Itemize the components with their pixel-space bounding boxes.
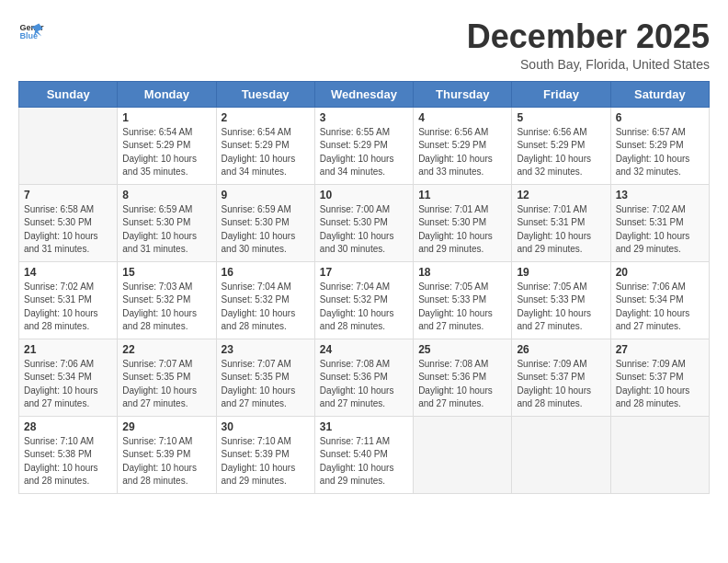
calendar-cell: 14Sunrise: 7:02 AM Sunset: 5:31 PM Dayli…	[19, 261, 118, 339]
day-info: Sunrise: 6:55 AM Sunset: 5:29 PM Dayligh…	[320, 126, 408, 179]
day-info: Sunrise: 7:10 AM Sunset: 5:39 PM Dayligh…	[222, 435, 310, 488]
calendar-cell: 29Sunrise: 7:10 AM Sunset: 5:39 PM Dayli…	[118, 416, 216, 493]
day-info: Sunrise: 6:56 AM Sunset: 5:29 PM Dayligh…	[517, 126, 605, 179]
day-info: Sunrise: 6:59 AM Sunset: 5:30 PM Dayligh…	[122, 203, 210, 257]
day-number: 6	[616, 111, 704, 124]
calendar-cell: 15Sunrise: 7:03 AM Sunset: 5:32 PM Dayli…	[118, 261, 216, 339]
day-info: Sunrise: 7:10 AM Sunset: 5:39 PM Dayligh…	[122, 435, 210, 488]
day-of-week-header: Saturday	[610, 81, 709, 107]
page-header: General Blue December 2025 South Bay, Fl…	[18, 18, 710, 72]
calendar-cell	[19, 107, 118, 184]
day-of-week-header: Tuesday	[216, 81, 314, 107]
day-info: Sunrise: 7:02 AM Sunset: 5:31 PM Dayligh…	[616, 203, 704, 257]
calendar-cell: 18Sunrise: 7:05 AM Sunset: 5:33 PM Dayli…	[414, 261, 512, 339]
calendar-cell: 6Sunrise: 6:57 AM Sunset: 5:29 PM Daylig…	[610, 107, 709, 184]
calendar-cell: 9Sunrise: 6:59 AM Sunset: 5:30 PM Daylig…	[216, 184, 314, 261]
calendar-cell: 5Sunrise: 6:56 AM Sunset: 5:29 PM Daylig…	[512, 107, 610, 184]
calendar-week-row: 21Sunrise: 7:06 AM Sunset: 5:34 PM Dayli…	[19, 339, 710, 416]
day-info: Sunrise: 7:10 AM Sunset: 5:38 PM Dayligh…	[24, 435, 112, 488]
day-number: 12	[517, 189, 605, 201]
day-info: Sunrise: 7:02 AM Sunset: 5:31 PM Dayligh…	[24, 281, 112, 334]
day-number: 28	[24, 420, 112, 433]
day-info: Sunrise: 7:01 AM Sunset: 5:31 PM Dayligh…	[517, 203, 605, 257]
calendar-cell: 2Sunrise: 6:54 AM Sunset: 5:29 PM Daylig…	[216, 107, 314, 184]
logo-icon: General Blue	[18, 18, 44, 44]
calendar-cell	[610, 416, 709, 493]
calendar-cell: 28Sunrise: 7:10 AM Sunset: 5:38 PM Dayli…	[19, 416, 118, 493]
day-number: 18	[418, 266, 506, 279]
calendar-cell: 7Sunrise: 6:58 AM Sunset: 5:30 PM Daylig…	[19, 184, 118, 261]
calendar-week-row: 28Sunrise: 7:10 AM Sunset: 5:38 PM Dayli…	[19, 416, 710, 493]
day-info: Sunrise: 7:04 AM Sunset: 5:32 PM Dayligh…	[320, 281, 408, 334]
day-info: Sunrise: 7:04 AM Sunset: 5:32 PM Dayligh…	[222, 281, 310, 334]
day-number: 31	[320, 420, 408, 433]
logo: General Blue	[18, 18, 44, 44]
day-info: Sunrise: 6:57 AM Sunset: 5:29 PM Dayligh…	[616, 126, 704, 179]
day-info: Sunrise: 7:05 AM Sunset: 5:33 PM Dayligh…	[418, 281, 506, 334]
day-number: 7	[24, 189, 112, 201]
day-info: Sunrise: 7:03 AM Sunset: 5:32 PM Dayligh…	[122, 281, 210, 334]
day-number: 3	[320, 111, 408, 124]
day-info: Sunrise: 7:08 AM Sunset: 5:36 PM Dayligh…	[320, 358, 408, 411]
day-number: 5	[517, 111, 605, 124]
day-number: 15	[122, 266, 210, 279]
calendar-cell: 10Sunrise: 7:00 AM Sunset: 5:30 PM Dayli…	[314, 184, 413, 261]
calendar-cell: 20Sunrise: 7:06 AM Sunset: 5:34 PM Dayli…	[610, 261, 709, 339]
calendar-week-row: 14Sunrise: 7:02 AM Sunset: 5:31 PM Dayli…	[19, 261, 710, 339]
day-info: Sunrise: 7:00 AM Sunset: 5:30 PM Dayligh…	[320, 203, 408, 257]
day-of-week-header: Thursday	[414, 81, 512, 107]
day-number: 23	[222, 343, 310, 356]
calendar-cell	[512, 416, 610, 493]
calendar-cell: 31Sunrise: 7:11 AM Sunset: 5:40 PM Dayli…	[314, 416, 413, 493]
day-info: Sunrise: 7:06 AM Sunset: 5:34 PM Dayligh…	[616, 281, 704, 334]
day-number: 14	[24, 266, 112, 279]
day-number: 22	[122, 343, 210, 356]
day-number: 1	[122, 111, 210, 124]
day-info: Sunrise: 6:58 AM Sunset: 5:30 PM Dayligh…	[24, 203, 112, 257]
calendar-cell: 1Sunrise: 6:54 AM Sunset: 5:29 PM Daylig…	[118, 107, 216, 184]
calendar-cell: 25Sunrise: 7:08 AM Sunset: 5:36 PM Dayli…	[414, 339, 512, 416]
calendar-cell: 27Sunrise: 7:09 AM Sunset: 5:37 PM Dayli…	[610, 339, 709, 416]
day-of-week-header: Friday	[512, 81, 610, 107]
day-info: Sunrise: 7:07 AM Sunset: 5:35 PM Dayligh…	[122, 358, 210, 411]
day-info: Sunrise: 7:06 AM Sunset: 5:34 PM Dayligh…	[24, 358, 112, 411]
day-number: 10	[320, 189, 408, 201]
day-number: 4	[418, 111, 506, 124]
calendar-cell: 11Sunrise: 7:01 AM Sunset: 5:30 PM Dayli…	[414, 184, 512, 261]
calendar-cell: 12Sunrise: 7:01 AM Sunset: 5:31 PM Dayli…	[512, 184, 610, 261]
day-number: 11	[418, 189, 506, 201]
day-number: 8	[122, 189, 210, 201]
day-info: Sunrise: 7:05 AM Sunset: 5:33 PM Dayligh…	[517, 281, 605, 334]
calendar-cell: 16Sunrise: 7:04 AM Sunset: 5:32 PM Dayli…	[216, 261, 314, 339]
day-number: 17	[320, 266, 408, 279]
day-of-week-header: Sunday	[19, 81, 118, 107]
day-number: 30	[222, 420, 310, 433]
calendar-header-row: SundayMondayTuesdayWednesdayThursdayFrid…	[19, 81, 710, 107]
day-info: Sunrise: 7:09 AM Sunset: 5:37 PM Dayligh…	[616, 358, 704, 411]
calendar-cell: 4Sunrise: 6:56 AM Sunset: 5:29 PM Daylig…	[414, 107, 512, 184]
calendar-cell: 3Sunrise: 6:55 AM Sunset: 5:29 PM Daylig…	[314, 107, 413, 184]
day-info: Sunrise: 6:56 AM Sunset: 5:29 PM Dayligh…	[418, 126, 506, 179]
calendar-cell: 22Sunrise: 7:07 AM Sunset: 5:35 PM Dayli…	[118, 339, 216, 416]
day-info: Sunrise: 7:07 AM Sunset: 5:35 PM Dayligh…	[222, 358, 310, 411]
day-info: Sunrise: 6:54 AM Sunset: 5:29 PM Dayligh…	[122, 126, 210, 179]
calendar-cell: 17Sunrise: 7:04 AM Sunset: 5:32 PM Dayli…	[314, 261, 413, 339]
day-info: Sunrise: 7:11 AM Sunset: 5:40 PM Dayligh…	[320, 435, 408, 488]
calendar-cell: 13Sunrise: 7:02 AM Sunset: 5:31 PM Dayli…	[610, 184, 709, 261]
day-number: 26	[517, 343, 605, 356]
day-info: Sunrise: 6:59 AM Sunset: 5:30 PM Dayligh…	[222, 203, 310, 257]
day-of-week-header: Monday	[118, 81, 216, 107]
day-number: 19	[517, 266, 605, 279]
day-number: 16	[222, 266, 310, 279]
day-info: Sunrise: 6:54 AM Sunset: 5:29 PM Dayligh…	[222, 126, 310, 179]
calendar-cell: 26Sunrise: 7:09 AM Sunset: 5:37 PM Dayli…	[512, 339, 610, 416]
day-number: 24	[320, 343, 408, 356]
day-number: 21	[24, 343, 112, 356]
calendar-week-row: 1Sunrise: 6:54 AM Sunset: 5:29 PM Daylig…	[19, 107, 710, 184]
title-block: December 2025 South Bay, Florida, United…	[467, 18, 710, 72]
calendar-week-row: 7Sunrise: 6:58 AM Sunset: 5:30 PM Daylig…	[19, 184, 710, 261]
day-info: Sunrise: 7:08 AM Sunset: 5:36 PM Dayligh…	[418, 358, 506, 411]
location: South Bay, Florida, United States	[467, 57, 710, 72]
day-of-week-header: Wednesday	[314, 81, 413, 107]
calendar-cell: 23Sunrise: 7:07 AM Sunset: 5:35 PM Dayli…	[216, 339, 314, 416]
